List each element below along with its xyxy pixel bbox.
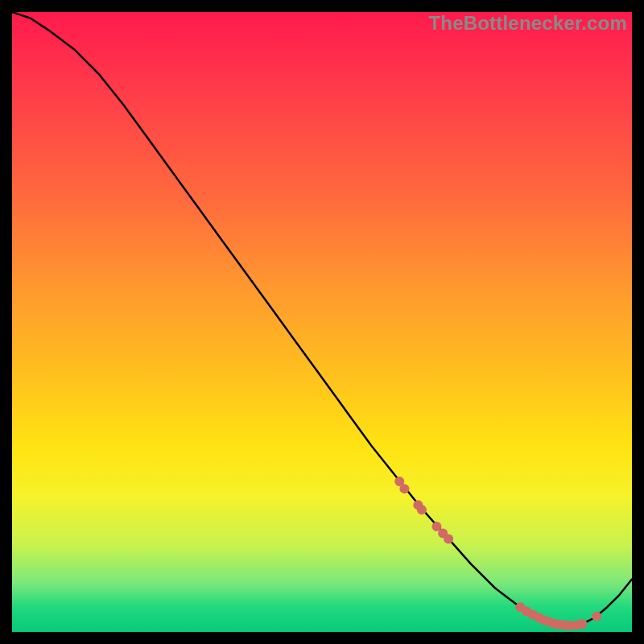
plot-outer-frame: TheBottlenecker.com [12, 12, 632, 632]
plot-gradient-background [12, 12, 632, 632]
chart-stage: TheBottlenecker.com [0, 0, 644, 644]
